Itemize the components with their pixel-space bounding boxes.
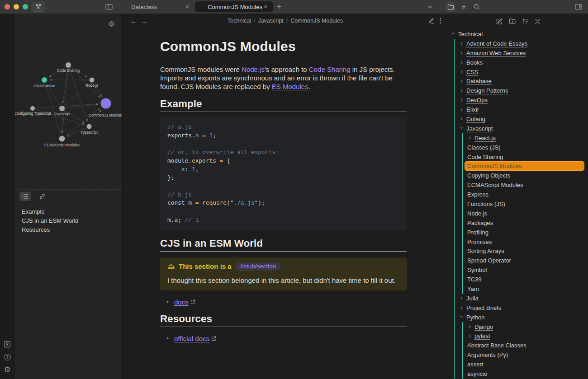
tab-commonjs-modules[interactable]: CommonJS Modules × xyxy=(195,1,273,12)
tree-file[interactable]: Express xyxy=(467,190,584,199)
chevron-icon[interactable]: › xyxy=(459,68,464,75)
chevron-icon[interactable]: › xyxy=(459,314,465,319)
chevron-icon[interactable]: › xyxy=(467,323,472,329)
graph-node[interactable] xyxy=(87,124,92,129)
new-note-button[interactable] xyxy=(496,18,503,25)
vault-switcher-button[interactable] xyxy=(3,340,11,348)
outline-item[interactable]: Example xyxy=(22,207,78,216)
tree-file[interactable]: Copying Objects xyxy=(467,171,584,180)
tab-list-dropdown-button[interactable] xyxy=(425,2,435,12)
tree-folder[interactable]: ›Advent of Code Essays xyxy=(459,39,584,48)
collapse-all-button[interactable] xyxy=(535,19,541,24)
tag-stub-section[interactable]: #stub/section xyxy=(235,262,281,271)
sort-order-button[interactable] xyxy=(522,18,529,24)
chevron-icon[interactable]: › xyxy=(459,59,464,65)
more-options-button[interactable] xyxy=(440,18,441,24)
outline-item[interactable]: CJS in an ESM World xyxy=(22,216,78,225)
tree-folder[interactable]: ›Project Briefs xyxy=(459,303,584,313)
tree-folder[interactable]: ›Technical xyxy=(451,29,584,39)
inline-link[interactable]: ES Modules xyxy=(272,83,308,90)
navigate-back-button[interactable]: ← xyxy=(130,17,137,25)
outline-item[interactable]: Resources xyxy=(22,225,78,234)
chevron-icon[interactable]: › xyxy=(459,78,464,84)
chevron-icon[interactable]: › xyxy=(467,134,472,140)
tree-folder[interactable]: ›Django xyxy=(467,322,584,332)
tree-folder[interactable]: ›DevOps xyxy=(459,95,584,105)
tree-folder[interactable]: ›Books xyxy=(459,58,584,67)
tree-file[interactable]: ECMAScript Modules xyxy=(467,180,584,190)
tree-file[interactable]: CommonJS Modules xyxy=(465,161,584,171)
tree-folder[interactable]: ›Python xyxy=(459,313,584,322)
inline-link[interactable]: Node.js xyxy=(242,66,265,73)
tree-file[interactable]: Profiling xyxy=(467,228,584,237)
tree-file[interactable]: Arguments (Py) xyxy=(467,350,584,360)
chevron-icon[interactable]: › xyxy=(459,40,464,46)
chevron-icon[interactable]: › xyxy=(459,106,464,112)
chevron-icon[interactable]: › xyxy=(467,332,472,339)
breadcrumb-segment[interactable]: CommonJS Modules xyxy=(290,18,343,24)
new-folder-button[interactable] xyxy=(509,18,516,24)
graph-node[interactable] xyxy=(30,106,35,111)
edit-mode-button[interactable] xyxy=(428,18,434,24)
minimize-window-button[interactable] xyxy=(14,4,19,9)
outline-tab-button[interactable] xyxy=(19,192,31,201)
graph-node[interactable] xyxy=(90,78,95,83)
tree-file[interactable]: Code Sharing xyxy=(467,152,584,162)
chevron-icon[interactable]: › xyxy=(450,31,457,36)
toggle-right-sidebar-button[interactable] xyxy=(574,2,583,12)
navigate-forward-button[interactable]: → xyxy=(141,17,148,25)
local-graph-view[interactable]: Code Sharing#stub/sectionNode.jsCommonJS… xyxy=(15,14,123,190)
graph-node[interactable] xyxy=(66,62,71,68)
tree-file[interactable]: Classes (JS) xyxy=(467,143,584,152)
graph-view-button[interactable] xyxy=(32,2,45,12)
tree-folder[interactable]: ›Javascript xyxy=(459,124,584,133)
tree-file[interactable]: Abstract Base Classes xyxy=(467,341,584,350)
close-icon[interactable]: × xyxy=(262,3,269,10)
new-tab-button[interactable]: + xyxy=(277,2,281,11)
outgoing-links-tab-button[interactable] xyxy=(36,192,47,201)
tree-file[interactable]: Functions (JS) xyxy=(467,199,584,209)
tree-file[interactable]: Packages xyxy=(467,218,584,228)
tree-folder[interactable]: ›React.js xyxy=(467,133,584,143)
tree-folder[interactable]: ›Amazon Web Services xyxy=(459,48,584,58)
tree-folder[interactable]: ›Elixir xyxy=(459,105,584,114)
docs-link[interactable]: docs xyxy=(174,298,189,306)
close-window-button[interactable] xyxy=(5,4,10,9)
tree-file[interactable]: Promises xyxy=(467,237,584,247)
breadcrumb-segment[interactable]: Technical xyxy=(228,18,251,24)
chevron-icon[interactable]: › xyxy=(459,295,464,301)
tab-dataclass[interactable]: Dataclass × xyxy=(119,1,195,12)
tree-folder[interactable]: ›Julia xyxy=(459,294,584,303)
search-button[interactable] xyxy=(472,2,482,12)
tree-folder[interactable]: ›pytest xyxy=(467,332,584,341)
tree-file[interactable]: asyncio xyxy=(467,369,584,379)
toggle-left-sidebar-button[interactable] xyxy=(104,2,114,12)
files-panel-button[interactable] xyxy=(446,2,455,12)
chevron-icon[interactable]: › xyxy=(459,97,464,103)
zoom-window-button[interactable] xyxy=(23,4,28,9)
chevron-icon[interactable]: › xyxy=(459,87,464,94)
graph-node[interactable] xyxy=(101,98,111,109)
breadcrumb-segment[interactable]: Javascript xyxy=(258,18,283,24)
tree-file[interactable]: Node.js xyxy=(467,209,584,218)
tags-panel-button[interactable]: # xyxy=(459,2,469,12)
tree-folder[interactable]: ›Golang xyxy=(459,114,584,124)
settings-button[interactable]: ⚙ xyxy=(3,365,11,374)
inline-link[interactable]: Code Sharing xyxy=(309,66,351,73)
graph-node[interactable] xyxy=(42,77,47,83)
close-icon[interactable]: × xyxy=(184,3,190,10)
chevron-icon[interactable]: › xyxy=(459,115,464,122)
tree-folder[interactable]: ›CSS xyxy=(459,67,584,77)
code-block[interactable]: // a.jsexports.a = 1; // or, to overwrit… xyxy=(160,117,407,230)
tree-file[interactable]: assert xyxy=(467,360,584,369)
tree-file[interactable]: Symbol xyxy=(467,265,584,275)
official-docs-link[interactable]: official docs xyxy=(174,335,209,342)
tree-file[interactable]: Yarn xyxy=(467,284,584,294)
graph-node[interactable] xyxy=(59,136,65,142)
chevron-icon[interactable]: › xyxy=(459,126,465,131)
tree-file[interactable]: Spread Operator xyxy=(467,256,584,265)
tree-folder[interactable]: ›Design Patterns xyxy=(459,86,584,95)
graph-node[interactable] xyxy=(59,106,65,111)
chevron-icon[interactable]: › xyxy=(459,49,464,56)
tree-folder[interactable]: ›Database xyxy=(459,76,584,86)
